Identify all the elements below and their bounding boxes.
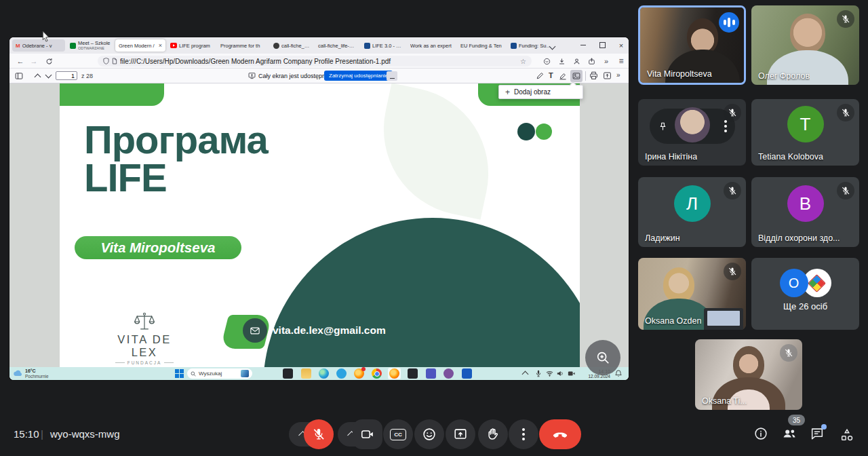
tray-bell-icon[interactable]: [615, 370, 622, 377]
tab-gmail[interactable]: M Odebrane - v: [12, 39, 65, 52]
forward-button[interactable]: →: [28, 56, 39, 66]
slide-email: vita.de.lex@gmail.com: [273, 324, 386, 337]
taskbar-weather[interactable]: Pochmurnie: [25, 374, 49, 379]
participant-tile-oleg[interactable]: Олег Фролов: [751, 5, 859, 85]
pdf-highlight-tool-icon[interactable]: [559, 72, 567, 80]
camera-toggle-button[interactable]: [353, 419, 382, 449]
window-minimize-button[interactable]: [575, 39, 591, 52]
raise-hand-icon: [486, 427, 500, 442]
tray-chevron-icon[interactable]: [522, 371, 529, 378]
download-icon[interactable]: [556, 56, 567, 66]
viber-app-icon[interactable]: [443, 368, 454, 379]
more-options-button[interactable]: [509, 419, 538, 449]
pdf-next-page-icon[interactable]: [45, 72, 52, 79]
participant-tile-iryna[interactable]: Ірина Нікітіна: [638, 99, 746, 166]
end-call-button[interactable]: [539, 419, 581, 449]
pdf-prev-page-icon[interactable]: [35, 74, 41, 81]
participant-name: Олег Фролов: [758, 71, 810, 81]
tab-life30[interactable]: LIFE 3.0 - LIFE: [361, 39, 406, 52]
participant-options-icon[interactable]: [724, 120, 727, 132]
participant-name: Ладижин: [645, 233, 680, 243]
participants-panel-button[interactable]: [781, 425, 797, 442]
pdf-draw-tool-icon[interactable]: [536, 72, 544, 80]
url-bar[interactable]: file:///C:/Users/Hp/Downloads/Green Mode…: [98, 56, 532, 66]
add-image-label: Dodaj obraz: [514, 88, 551, 96]
taskbar-search-box[interactable]: Wyszukaj: [187, 368, 252, 379]
shield-icon: [103, 58, 109, 64]
document-icon: [112, 58, 117, 64]
taskbar-temperature[interactable]: 16°C: [25, 368, 49, 374]
participant-name: Oksana Ozden: [645, 316, 701, 326]
pin-participant-icon[interactable]: [658, 121, 668, 132]
captions-button[interactable]: CC: [383, 419, 413, 449]
reactions-button[interactable]: [414, 419, 444, 449]
tab-call-fiche-2[interactable]: call-fiche_life-202: [315, 39, 359, 52]
participant-tile-viddil[interactable]: В Відділ охорони здо...: [751, 177, 859, 247]
self-view-tile[interactable]: Oksana Ti...: [695, 339, 802, 410]
tab-active-pdf[interactable]: Green Modern / ×: [115, 39, 165, 52]
toolbar-overflow-icon[interactable]: »: [601, 56, 612, 66]
account-icon[interactable]: [571, 56, 582, 66]
pdf-image-tool-icon[interactable]: [570, 70, 583, 82]
firefox-badge: [361, 367, 366, 371]
email-icon: [243, 318, 267, 343]
window-restore-button[interactable]: [594, 39, 610, 52]
participant-tile-oksana-ozden[interactable]: Oksana Ozden: [638, 258, 746, 330]
tray-mic-icon[interactable]: [535, 370, 542, 377]
tab-close-icon[interactable]: ×: [159, 42, 162, 49]
mic-muted-icon: [724, 104, 741, 121]
participant-tile-vita[interactable]: Vita Miropoltseva: [638, 5, 746, 85]
teams-app-icon[interactable]: [426, 368, 436, 379]
tab-meet[interactable]: Meet – Szkole ODTWARZANE: [66, 39, 114, 52]
word-app-icon[interactable]: [462, 368, 472, 379]
activities-button[interactable]: [840, 428, 854, 442]
participant-name: Ірина Нікітіна: [645, 152, 697, 162]
snipping-app-icon[interactable]: [408, 368, 418, 379]
participant-tile-tetiana[interactable]: T Tetiana Kolobova: [751, 99, 859, 166]
mic-toggle-button[interactable]: [304, 419, 334, 449]
hide-share-banner-button[interactable]: [387, 71, 397, 81]
window-close-button[interactable]: ×: [613, 39, 629, 52]
stop-sharing-button[interactable]: Zatrzymaj udostępnianie: [324, 71, 393, 81]
firefox-active-app-icon[interactable]: [389, 368, 399, 379]
bookmark-star-icon[interactable]: ☆: [520, 58, 526, 65]
windows-start-button[interactable]: [175, 369, 184, 378]
raise-hand-button[interactable]: [478, 419, 508, 449]
tab-youtube[interactable]: LIFE program: [167, 39, 216, 52]
edge-app-icon[interactable]: [319, 368, 329, 379]
tab-work-expert[interactable]: Work as an expert: [407, 39, 456, 52]
tray-camera-icon[interactable]: [568, 370, 575, 377]
menu-icon[interactable]: ≡: [616, 56, 627, 66]
pdf-page-input[interactable]: [56, 71, 77, 80]
telegram-app-icon[interactable]: [336, 368, 347, 379]
firefox-app-icon[interactable]: [354, 368, 364, 379]
pocket-icon[interactable]: [541, 56, 552, 66]
pdf-tools-overflow-icon[interactable]: »: [616, 71, 620, 79]
overflow-participants-tile[interactable]: O Ще 26 осіб: [751, 258, 859, 330]
captions-icon: CC: [390, 429, 406, 440]
chrome-app-icon[interactable]: [372, 368, 382, 379]
taskview-app-icon[interactable]: [283, 368, 293, 379]
add-image-popup[interactable]: + Dodaj obraz: [498, 85, 583, 99]
present-screen-button[interactable]: [446, 419, 475, 449]
tray-wifi-icon[interactable]: [546, 370, 553, 377]
print-icon[interactable]: [589, 71, 598, 80]
browser-nav-bar: ← → file:///C:/Users/Hp/Downloads/Green …: [9, 54, 629, 69]
pdf-sidebar-toggle-icon[interactable]: [14, 71, 24, 81]
divider: |: [41, 428, 43, 440]
tray-volume-icon[interactable]: [557, 370, 564, 377]
reload-button[interactable]: [43, 56, 54, 66]
meeting-details-button[interactable]: [753, 426, 768, 441]
pdf-zoom-button[interactable]: [585, 340, 620, 375]
pdf-text-tool-icon[interactable]: T: [549, 71, 553, 79]
participant-tile-ladyzhyn[interactable]: Л Ладижин: [638, 177, 746, 247]
back-button[interactable]: ←: [15, 56, 26, 66]
file-explorer-icon[interactable]: [301, 368, 311, 379]
share-page-icon[interactable]: [586, 56, 597, 66]
tab-eu-funding[interactable]: EU Funding & Ten: [457, 39, 506, 52]
search-daily-image: [241, 370, 249, 377]
tab-overflow-chevron-icon[interactable]: [544, 41, 560, 54]
save-icon[interactable]: [603, 71, 612, 80]
tab-call-fiche-1[interactable]: call-fiche_life-: [270, 39, 313, 52]
tab-programme[interactable]: Programme for th: [217, 39, 269, 52]
